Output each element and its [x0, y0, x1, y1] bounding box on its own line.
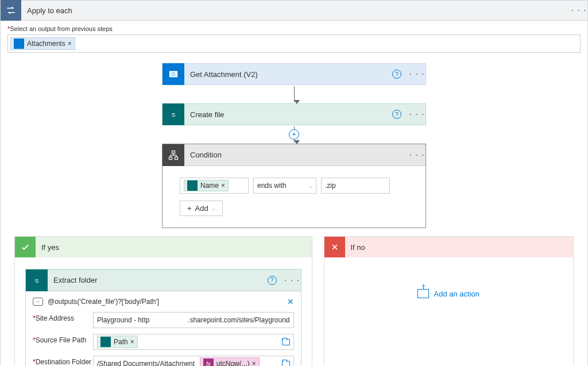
sharepoint-icon [100, 337, 111, 347]
add-step-icon[interactable]: + [289, 129, 299, 140]
comment-row: ··· @outputs('Create_file')?['body/Path'… [33, 297, 294, 306]
help-icon[interactable]: ? [392, 110, 401, 119]
loop-menu[interactable]: · · · [570, 5, 587, 16]
loop-icon [1, 0, 21, 21]
remove-token-icon[interactable]: × [130, 338, 134, 346]
extract-folder-title: Extract folder [53, 276, 268, 284]
svg-rect-4 [172, 151, 175, 153]
extract-folder-header[interactable]: S Extract folder ? · · · [26, 269, 301, 291]
condition-header[interactable]: Condition · · · [163, 144, 425, 166]
outlook-icon: O [163, 63, 184, 85]
attachments-token[interactable]: Attachments × [10, 37, 75, 50]
if-no-header[interactable]: If no [324, 237, 574, 257]
if-yes-branch: If yes S Extract folder ? · · · ··· [14, 236, 312, 366]
check-icon [15, 237, 36, 257]
svg-text:S: S [35, 277, 39, 283]
chevron-down-icon[interactable]: ⌵ [286, 316, 290, 324]
close-icon [324, 237, 345, 257]
condition-operator-select[interactable]: ends with⌵ [253, 178, 316, 194]
apply-to-each-header[interactable]: Apply to each · · · [0, 0, 588, 21]
chevron-down-icon: ⌵ [212, 205, 215, 211]
card-menu[interactable]: · · · [408, 150, 425, 160]
svg-text:S: S [172, 111, 176, 118]
remove-token-icon[interactable]: × [68, 40, 72, 48]
remove-token-icon[interactable]: × [252, 360, 256, 366]
fx-icon: fx [203, 359, 214, 366]
select-output-label: *Select an output from previous steps [7, 25, 581, 32]
site-address-label: *Site Address [33, 312, 93, 322]
path-token[interactable]: Path × [97, 336, 138, 348]
site-address-select[interactable]: Playground - http .sharepoint.com/sites/… [93, 312, 294, 328]
sharepoint-icon [187, 180, 198, 191]
condition-title: Condition [190, 151, 408, 159]
svg-text:O: O [172, 71, 176, 77]
add-action-icon [417, 289, 429, 298]
connector-arrow [294, 85, 295, 103]
add-condition-button[interactable]: + Add ⌵ [180, 201, 223, 216]
destination-path-input[interactable]: /Shared Documents/Attachment_ fx utcNow(… [93, 356, 294, 366]
svg-rect-5 [169, 157, 172, 159]
comment-icon: ··· [33, 298, 43, 306]
card-menu[interactable]: · · · [284, 275, 301, 286]
card-menu[interactable]: · · · [408, 69, 425, 79]
close-icon[interactable]: ✕ [287, 297, 294, 306]
folder-picker-icon[interactable] [282, 339, 290, 345]
if-no-branch: If no Add an action [324, 236, 574, 366]
get-attachment-title: Get Attachment (V2) [190, 70, 392, 79]
sharepoint-icon: S [163, 103, 184, 125]
condition-icon [163, 144, 184, 166]
card-menu[interactable]: · · · [408, 109, 425, 120]
sharepoint-icon: S [26, 269, 48, 291]
chevron-down-icon: ⌵ [309, 183, 312, 189]
name-token[interactable]: Name × [184, 180, 229, 191]
source-file-path-input[interactable]: Path × [93, 334, 294, 350]
condition-left-input[interactable]: Name × [180, 178, 249, 194]
help-icon[interactable]: ? [392, 70, 401, 79]
plus-icon: + [187, 204, 192, 213]
create-file-card[interactable]: S Create file ? · · · [162, 103, 426, 125]
add-action-button[interactable]: Add an action [417, 289, 479, 298]
select-output-input[interactable]: Attachments × [7, 34, 581, 53]
connector-arrow[interactable]: + [294, 125, 295, 144]
outlook-icon [14, 38, 24, 49]
source-file-path-label: *Source File Path [33, 334, 93, 344]
condition-card: Condition · · · Name × ends with⌵ [162, 144, 426, 228]
utcnow-token[interactable]: fx utcNow(...) × [200, 357, 260, 366]
remove-token-icon[interactable]: × [221, 182, 225, 190]
loop-title: Apply to each [27, 6, 570, 15]
if-yes-header[interactable]: If yes [15, 237, 312, 257]
svg-rect-6 [175, 157, 178, 159]
loop-body: *Select an output from previous steps At… [0, 21, 588, 366]
create-file-title: Create file [190, 110, 392, 119]
extract-folder-card: S Extract folder ? · · · ··· @outputs('C… [25, 269, 301, 366]
condition-value-input[interactable]: .zip [321, 178, 390, 194]
destination-path-label: *Destination Folder Path [33, 356, 93, 366]
help-icon[interactable]: ? [268, 276, 277, 285]
get-attachment-card[interactable]: O Get Attachment (V2) ? · · · [162, 63, 426, 85]
folder-picker-icon[interactable] [282, 361, 290, 367]
